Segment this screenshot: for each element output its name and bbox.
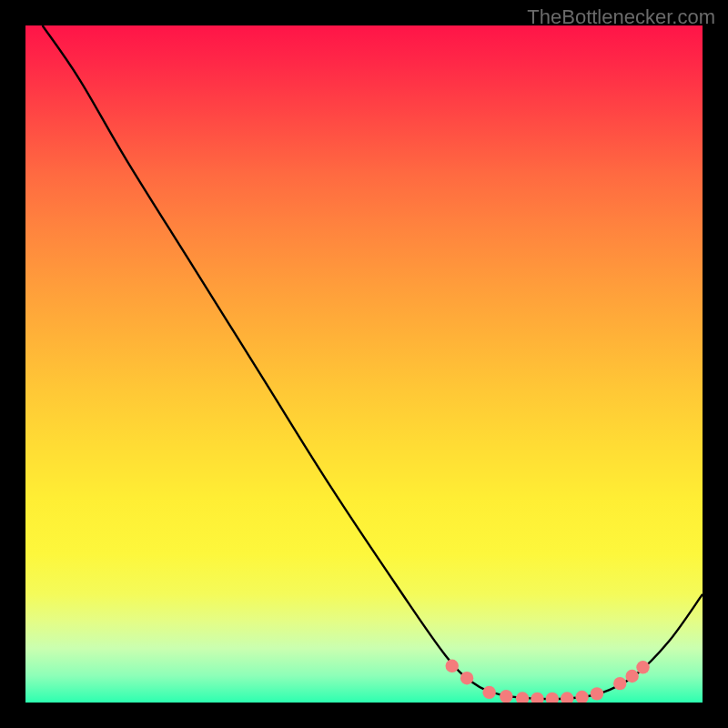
- marker-dot: [460, 672, 473, 684]
- marker-dot: [516, 692, 529, 703]
- marker-dot: [575, 691, 588, 703]
- curve-line: [43, 25, 703, 699]
- curve-svg: [25, 25, 703, 703]
- marker-dot: [531, 693, 543, 703]
- marker-dot: [613, 677, 626, 690]
- marker-dot: [625, 670, 638, 682]
- attribution-label: TheBottlenecker.com: [527, 5, 715, 29]
- marker-dot: [500, 690, 512, 703]
- marker-dot: [482, 686, 495, 699]
- marker-dot: [446, 660, 459, 672]
- marker-dot: [636, 661, 649, 673]
- marker-dot: [591, 687, 603, 700]
- plot-area: [25, 25, 703, 703]
- marker-group: [446, 660, 650, 703]
- marker-dot: [546, 693, 559, 703]
- marker-dot: [561, 692, 573, 703]
- chart-container: TheBottlenecker.com: [0, 0, 728, 728]
